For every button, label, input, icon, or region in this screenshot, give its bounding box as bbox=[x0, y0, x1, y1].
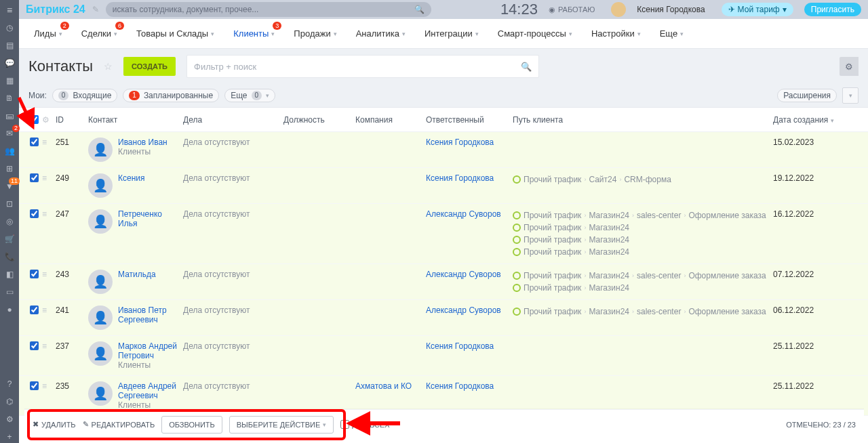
user-name[interactable]: Ксения Городкова bbox=[637, 5, 705, 14]
delete-button[interactable]: ✖ УДАЛИТЬ bbox=[33, 420, 76, 429]
rail-cart-icon[interactable]: 🛒 bbox=[3, 233, 16, 245]
more-chip[interactable]: Еще0 ▾ bbox=[224, 89, 275, 102]
panel-gear-icon[interactable]: ⚙ bbox=[840, 57, 859, 76]
rail-feed-icon[interactable]: ▤ bbox=[3, 39, 16, 51]
rail-sitemap-icon[interactable]: ⌬ bbox=[3, 396, 16, 408]
rail-tv-icon[interactable]: ▭ bbox=[3, 286, 16, 298]
extensions-button[interactable]: Расширения bbox=[777, 89, 837, 102]
row-checkbox[interactable] bbox=[30, 209, 39, 218]
contact-name-link[interactable]: Матильда bbox=[118, 270, 156, 279]
rail-funnel-icon[interactable]: ▼11 bbox=[3, 180, 16, 192]
extensions-dropdown[interactable]: ▾ bbox=[842, 87, 859, 104]
rail-crm-icon[interactable]: ⊞ bbox=[3, 163, 16, 175]
path-line: Прочий трафик›Магазин24 bbox=[513, 222, 773, 234]
col-deals[interactable]: Дела bbox=[183, 115, 283, 125]
row-checkbox[interactable] bbox=[30, 305, 39, 314]
col-id[interactable]: ID bbox=[56, 115, 88, 125]
col-path[interactable]: Путь клиента bbox=[513, 115, 773, 125]
rail-drive-icon[interactable]: 🖴 bbox=[3, 110, 16, 122]
contact-name-link[interactable]: Иванов Иван bbox=[118, 138, 167, 147]
create-button[interactable]: СОЗДАТЬ bbox=[123, 57, 176, 76]
select-all-checkbox[interactable] bbox=[30, 115, 39, 124]
rail-help-icon[interactable]: ? bbox=[3, 378, 16, 390]
nav-Смарт-процессы[interactable]: Смарт-процессы ▾ bbox=[498, 28, 572, 39]
deals-cell: Дела отсутствуют bbox=[183, 209, 283, 258]
rail-phone-icon[interactable]: 📞 bbox=[3, 251, 16, 263]
work-status[interactable]: ◉ РАБОТАЮ bbox=[549, 5, 595, 14]
row-checkbox[interactable] bbox=[30, 341, 39, 350]
rail-market-icon[interactable]: ⊡ bbox=[3, 198, 16, 210]
contact-name-link[interactable]: Петреченко Илья bbox=[118, 209, 183, 228]
filter-search[interactable]: Фильтр + поиск 🔍 bbox=[186, 55, 539, 78]
position-cell bbox=[283, 209, 355, 258]
responsible-cell[interactable]: Ксения Городкова bbox=[426, 381, 513, 410]
path-cell: Прочий трафик›Магазин24›sales-center›Офо… bbox=[513, 305, 773, 330]
drag-handle-icon[interactable]: ≡ bbox=[42, 341, 56, 370]
contact-name-link[interactable]: Авдеев Андрей Сергеевич bbox=[118, 381, 183, 400]
responsible-cell[interactable]: Ксения Городкова bbox=[426, 173, 513, 198]
pencil-icon[interactable]: ✎ bbox=[92, 5, 99, 14]
nav-Лиды[interactable]: Лиды ▾2 bbox=[34, 28, 62, 39]
drag-handle-icon[interactable]: ≡ bbox=[42, 209, 56, 258]
rail-group-icon[interactable]: 👥 bbox=[3, 145, 16, 157]
responsible-cell[interactable]: Ксения Городкова bbox=[426, 138, 513, 162]
nav-Клиенты[interactable]: Клиенты ▾3 bbox=[233, 28, 275, 39]
col-contact[interactable]: Контакт bbox=[88, 115, 183, 125]
rail-robot-icon[interactable]: ◧ bbox=[3, 268, 16, 280]
hamburger-icon[interactable]: ≡ bbox=[3, 4, 16, 16]
nav-Товары и Склады[interactable]: Товары и Склады ▾ bbox=[136, 28, 214, 39]
nav-Аналитика[interactable]: Аналитика ▾ bbox=[356, 28, 406, 39]
drag-handle-icon[interactable]: ≡ bbox=[42, 270, 56, 294]
contact-name-link[interactable]: Марков Андрей Петрович bbox=[118, 341, 183, 360]
rail-plus-icon[interactable]: + bbox=[3, 431, 16, 443]
tariff-button[interactable]: ✈ Мой тариф ▾ bbox=[722, 3, 793, 16]
responsible-cell[interactable]: Александр Суворов bbox=[426, 209, 513, 258]
avatar[interactable] bbox=[611, 2, 626, 17]
rail-chat-icon[interactable]: 💬 bbox=[3, 57, 16, 69]
choose-action-select[interactable]: ВЫБЕРИТЕ ДЕЙСТВИЕ ▾ bbox=[229, 416, 334, 434]
contact-name-link[interactable]: Иванов Петр Сергеевич bbox=[118, 305, 183, 324]
contact-name-link[interactable]: Ксения bbox=[118, 173, 145, 183]
row-checkbox[interactable] bbox=[30, 138, 39, 146]
rail-calendar-icon[interactable]: ▦ bbox=[3, 75, 16, 87]
nav-Интеграции[interactable]: Интеграции ▾ bbox=[425, 28, 479, 39]
col-date[interactable]: Дата создания ▾ bbox=[773, 115, 834, 125]
position-cell bbox=[283, 381, 355, 410]
company-cell[interactable]: Ахматова и КО bbox=[355, 381, 426, 410]
for-all-checkbox[interactable]: ДЛЯ ВСЕХ bbox=[340, 420, 389, 429]
drag-handle-icon[interactable]: ≡ bbox=[42, 381, 56, 410]
nav-Еще[interactable]: Еще ▾ bbox=[660, 28, 684, 39]
planned-chip[interactable]: 1Запланированные bbox=[123, 89, 219, 102]
call-button[interactable]: ОБЗВОНИТЬ bbox=[161, 416, 222, 434]
row-checkbox[interactable] bbox=[30, 270, 39, 278]
invite-button[interactable]: Пригласить bbox=[804, 3, 861, 16]
responsible-cell[interactable]: Ксения Городкова bbox=[426, 341, 513, 370]
rail-dot-icon[interactable]: ● bbox=[3, 303, 16, 316]
col-responsible[interactable]: Ответственный bbox=[426, 115, 513, 125]
row-checkbox[interactable] bbox=[30, 173, 39, 182]
drag-handle-icon[interactable]: ≡ bbox=[42, 173, 56, 198]
path-line: Прочий трафик›Магазин24›sales-center›Офо… bbox=[513, 270, 773, 282]
drag-handle-icon[interactable]: ≡ bbox=[42, 305, 56, 330]
col-position[interactable]: Должность bbox=[283, 115, 355, 125]
header-gear-icon[interactable]: ⚙ bbox=[42, 115, 56, 125]
rail-mail-icon[interactable]: ✉2 bbox=[3, 127, 16, 140]
responsible-cell[interactable]: Александр Суворов bbox=[426, 270, 513, 294]
rail-doc-icon[interactable]: 🗎 bbox=[3, 92, 16, 104]
incoming-chip[interactable]: 0Входящие bbox=[52, 89, 117, 102]
global-search[interactable]: искать сотрудника, документ, прочее... 🔍 bbox=[106, 2, 431, 17]
star-icon[interactable]: ☆ bbox=[104, 61, 113, 72]
path-line: Прочий трафик›Магазин24 bbox=[513, 246, 773, 258]
nav-Сделки[interactable]: Сделки ▾6 bbox=[81, 28, 117, 39]
rail-target-icon[interactable]: ◎ bbox=[3, 215, 16, 228]
for-all-input[interactable] bbox=[340, 420, 349, 429]
nav-Продажи[interactable]: Продажи ▾ bbox=[294, 28, 336, 39]
col-company[interactable]: Компания bbox=[355, 115, 426, 125]
rail-clock-icon[interactable]: ◷ bbox=[3, 22, 16, 34]
nav-Настройки[interactable]: Настройки ▾ bbox=[591, 28, 641, 39]
rail-settings-icon[interactable]: ⚙ bbox=[3, 413, 16, 425]
responsible-cell[interactable]: Александр Суворов bbox=[426, 305, 513, 330]
edit-button[interactable]: ✎ РЕДАКТИРОВАТЬ bbox=[83, 420, 155, 429]
row-checkbox[interactable] bbox=[30, 381, 39, 390]
drag-handle-icon[interactable]: ≡ bbox=[42, 138, 56, 162]
